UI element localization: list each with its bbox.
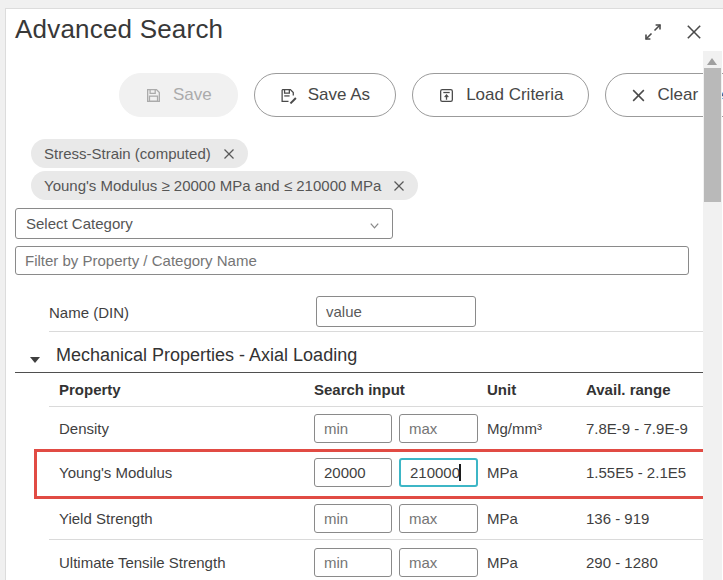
column-header-property: Property [59, 381, 121, 398]
max-input-wrap [399, 504, 478, 533]
x-icon [631, 88, 646, 103]
unit-label: MPa [487, 510, 518, 527]
load-criteria-button[interactable]: Load Criteria [412, 73, 589, 117]
category-select-value: Select Category [26, 215, 133, 232]
import-box-icon [438, 87, 455, 104]
min-input[interactable] [314, 504, 392, 533]
property-filter-input[interactable] [15, 246, 689, 275]
table-row-density: Density Mg/mm³ 7.8E-9 - 7.9E-9 [6, 407, 723, 451]
column-header-unit: Unit [487, 381, 516, 398]
property-name: Density [59, 420, 109, 437]
name-din-label: Name (DIN) [49, 304, 129, 321]
vertical-scrollbar[interactable] [703, 51, 722, 580]
max-input[interactable] [399, 414, 478, 443]
x-icon [223, 148, 235, 160]
remove-chip-button[interactable] [223, 148, 235, 160]
available-range: 1.55E5 - 2.1E5 [586, 464, 686, 481]
x-icon [393, 180, 405, 192]
filter-chip-label: Stress-Strain (computed) [44, 145, 211, 162]
divider [49, 331, 719, 332]
filter-chip-stress-strain: Stress-Strain (computed) [31, 139, 248, 168]
toolbar: Save Save As L [119, 73, 723, 117]
property-name: Young's Modulus [59, 464, 172, 481]
max-input-wrap [399, 548, 478, 577]
max-input[interactable] [399, 458, 478, 487]
section-underline [15, 372, 707, 373]
expand-dialog-button[interactable] [640, 19, 666, 45]
category-select[interactable]: Select Category [15, 208, 393, 239]
save-as-button-label: Save As [308, 85, 370, 105]
triangle-down-icon[interactable] [30, 357, 40, 363]
scrollbar-thumb[interactable] [704, 68, 721, 202]
filter-chip-youngs-modulus: Young's Modulus ≥ 20000 MPa and ≤ 210000… [31, 171, 418, 200]
triangle-up-icon[interactable] [707, 58, 717, 65]
table-row-yield-strength: Yield Strength MPa 136 - 919 [6, 497, 723, 541]
save-as-button[interactable]: Save As [254, 73, 396, 117]
text-caret [459, 464, 461, 481]
close-dialog-button[interactable] [680, 18, 708, 46]
remove-chip-button[interactable] [393, 180, 405, 192]
max-input-wrap [399, 414, 478, 443]
unit-label: MPa [487, 554, 518, 571]
chevron-down-icon [368, 218, 381, 235]
available-range: 7.8E-9 - 7.9E-9 [586, 420, 688, 437]
property-name: Yield Strength [59, 510, 153, 527]
save-button[interactable]: Save [119, 73, 238, 117]
min-input[interactable] [314, 548, 392, 577]
property-name: Ultimate Tensile Strength [59, 554, 225, 571]
name-din-input[interactable] [316, 296, 476, 327]
column-header-avail-range: Avail. range [586, 381, 670, 398]
table-row-ultimate-tensile-strength: Ultimate Tensile Strength MPa 290 - 1280 [6, 541, 723, 580]
max-input[interactable] [399, 504, 478, 533]
save-button-label: Save [173, 85, 212, 105]
filter-chip-label: Young's Modulus ≥ 20000 MPa and ≤ 210000… [44, 177, 381, 194]
load-criteria-button-label: Load Criteria [466, 85, 563, 105]
close-icon [685, 23, 703, 41]
max-input[interactable] [399, 548, 478, 577]
min-input[interactable] [314, 414, 392, 443]
available-range: 136 - 919 [586, 510, 649, 527]
column-header-search-input: Search input [314, 381, 405, 398]
floppy-edit-icon [280, 87, 297, 104]
min-input[interactable] [314, 458, 392, 487]
section-title: Mechanical Properties - Axial Loading [56, 345, 357, 366]
available-range: 290 - 1280 [586, 554, 658, 571]
expand-diagonal-icon [643, 22, 663, 42]
unit-label: Mg/mm³ [487, 420, 542, 437]
divider [49, 539, 719, 540]
table-row-youngs-modulus: Young's Modulus MPa 1.55E5 - 2.1E5 [6, 451, 723, 495]
max-input-wrap [399, 458, 478, 487]
unit-label: MPa [487, 464, 518, 481]
advanced-search-dialog: Advanced Search Save [5, 8, 723, 580]
floppy-disk-icon [145, 87, 162, 104]
page-title: Advanced Search [15, 14, 223, 45]
